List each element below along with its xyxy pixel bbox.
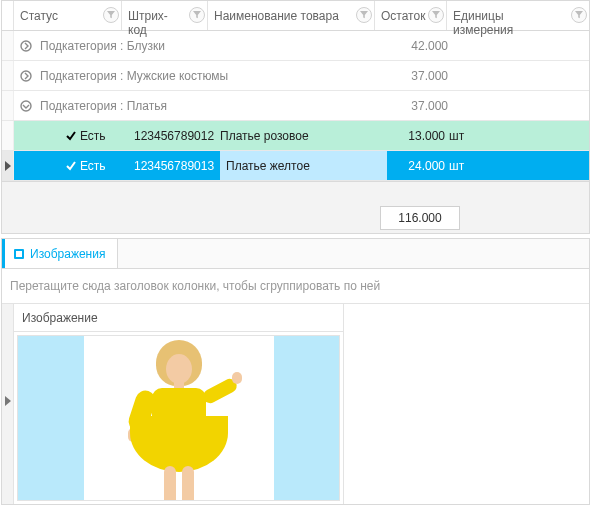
cell-stock: 13.000: [387, 129, 445, 143]
image-column-header[interactable]: Изображение: [14, 304, 343, 332]
detail-body: Изображение: [2, 304, 589, 504]
cell-name: Платье желтое: [220, 151, 387, 180]
filter-icon[interactable]: [571, 7, 587, 23]
cell-status: Есть: [80, 129, 134, 143]
cell-uom: шт: [445, 159, 464, 173]
col-stock-label: Остаток: [381, 9, 425, 23]
grid-total: 116.000: [380, 206, 460, 230]
image-icon: [14, 249, 24, 259]
col-status-label: Статус: [20, 9, 58, 23]
row-indicator: [2, 91, 14, 120]
grid-header: Статус Штрих-код Наименование товара Ост…: [2, 1, 589, 31]
expand-icon[interactable]: [14, 40, 38, 52]
row-indicator: [2, 304, 14, 504]
tab-images[interactable]: Изображения: [2, 238, 118, 268]
table-row-selected[interactable]: Есть 123456789013 Платье желтое 24.000 ш…: [2, 151, 589, 181]
group-stock: 37.000: [388, 69, 448, 83]
col-barcode[interactable]: Штрих-код: [122, 1, 208, 30]
group-by-hint[interactable]: Перетащите сюда заголовок колонки, чтобы…: [2, 269, 589, 304]
group-stock: 42.000: [388, 39, 448, 53]
tabs: Изображения: [2, 239, 589, 269]
filter-icon[interactable]: [356, 7, 372, 23]
cell-barcode: 123456789013: [134, 159, 220, 173]
group-label: Подкатегория : Платья: [38, 99, 388, 113]
detail-panel: Изображения Перетащите сюда заголовок ко…: [1, 238, 590, 505]
col-uom[interactable]: Единицы измерения: [447, 1, 589, 30]
tab-label: Изображения: [30, 247, 105, 261]
table-row[interactable]: Есть 123456789012 Платье розовое 13.000 …: [2, 121, 589, 151]
group-stock: 37.000: [388, 99, 448, 113]
svg-point-0: [21, 41, 31, 51]
row-indicator: [2, 121, 14, 150]
svg-point-1: [21, 71, 31, 81]
grid-body: Подкатегория : Блузки 42.000 Подкатегори…: [2, 31, 589, 181]
row-indicator: [2, 151, 14, 180]
col-name-label: Наименование товара: [214, 9, 339, 23]
cell-status: Есть: [80, 159, 134, 173]
group-row[interactable]: Подкатегория : Мужские костюмы 37.000: [2, 61, 589, 91]
expand-icon[interactable]: [14, 70, 38, 82]
row-indicator: [2, 61, 14, 90]
product-image: [84, 336, 274, 500]
collapse-icon[interactable]: [14, 100, 38, 112]
filter-icon[interactable]: [103, 7, 119, 23]
grid-footer: 116.000: [1, 202, 590, 234]
filter-icon[interactable]: [428, 7, 444, 23]
products-grid: Статус Штрих-код Наименование товара Ост…: [1, 0, 590, 182]
col-stock[interactable]: Остаток: [375, 1, 447, 30]
cell-name: Платье розовое: [220, 129, 387, 143]
col-name[interactable]: Наименование товара: [208, 1, 375, 30]
svg-point-2: [21, 101, 31, 111]
cell-barcode: 123456789012: [134, 129, 220, 143]
image-column: Изображение: [14, 304, 344, 504]
row-indicator-header: [2, 1, 14, 30]
image-cell[interactable]: [17, 335, 340, 501]
cell-stock: 24.000: [387, 159, 445, 173]
cell-uom: шт: [445, 129, 464, 143]
group-label: Подкатегория : Мужские костюмы: [38, 69, 388, 83]
group-label: Подкатегория : Блузки: [38, 39, 388, 53]
col-status[interactable]: Статус: [14, 1, 122, 30]
group-row[interactable]: Подкатегория : Платья 37.000: [2, 91, 589, 121]
row-indicator: [2, 31, 14, 60]
col-uom-label: Единицы измерения: [453, 9, 513, 37]
check-icon: [62, 130, 80, 142]
check-icon: [62, 160, 80, 172]
filter-icon[interactable]: [189, 7, 205, 23]
